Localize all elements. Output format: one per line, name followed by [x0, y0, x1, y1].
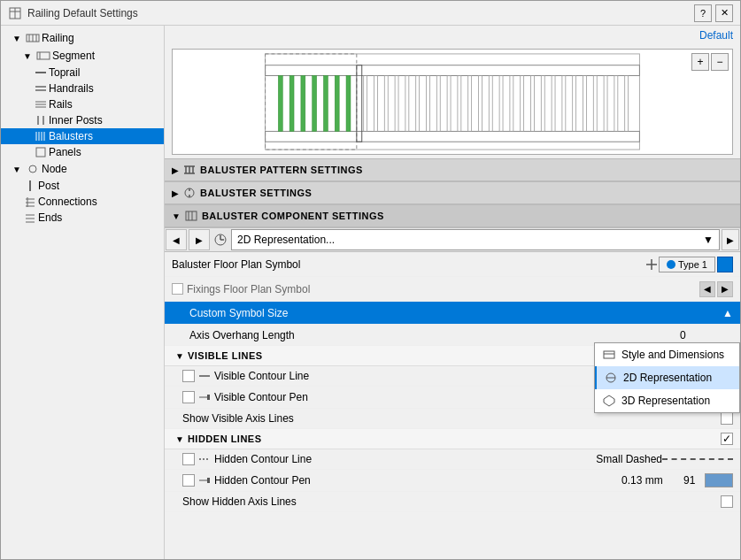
balusters-icon — [35, 130, 47, 142]
sidebar-item-rails[interactable]: Rails — [1, 96, 164, 112]
help-button[interactable]: ? — [694, 4, 712, 22]
sidebar-item-inner-posts[interactable]: Inner Posts — [1, 112, 164, 128]
preview-area: + − — [172, 49, 733, 155]
section-settings-title: BALUSTER SETTINGS — [200, 188, 312, 198]
default-button[interactable]: Default — [699, 29, 733, 42]
fix-btn-1[interactable]: ◀ — [699, 281, 715, 297]
fixings-row: Fixings Floor Plan Symbol ◀ ▶ — [165, 277, 740, 302]
section-baluster-component[interactable]: ▼ BALUSTER COMPONENT SETTINGS — [165, 204, 740, 227]
content-area: Default + − — [165, 26, 740, 559]
rails-icon — [35, 98, 47, 111]
type-button[interactable]: Type 1 — [659, 257, 715, 272]
titlebar: Railing Default Settings ? ✕ — [1, 1, 740, 26]
fix-btn-2[interactable]: ▶ — [717, 281, 733, 297]
toprail-icon — [35, 66, 47, 79]
fixings-controls: ◀ ▶ — [699, 281, 733, 297]
close-button[interactable]: ✕ — [715, 4, 733, 22]
hidden-contour-pen-value: 0.13 mm — [621, 474, 683, 487]
panels-icon — [35, 146, 47, 158]
hidden-contour-pen-checkbox[interactable] — [182, 474, 195, 487]
section-pattern-title: BALUSTER PATTERN SETTINGS — [200, 165, 363, 175]
main-window: Railing Default Settings ? ✕ ▼ Railing — [0, 0, 741, 560]
show-hidden-axis-row: Show Hidden Axis Lines — [165, 492, 740, 512]
hidden-contour-pen-icon — [198, 474, 211, 487]
segment-label: Segment — [52, 50, 95, 62]
sidebar-item-segment[interactable]: ▼ Segment — [1, 47, 164, 65]
sidebar-item-panels[interactable]: Panels — [1, 144, 164, 160]
collapse-icon: ▼ — [10, 31, 24, 45]
hidden-lines-checkbox[interactable]: ✓ — [721, 433, 733, 445]
svg-rect-40 — [335, 76, 339, 132]
ends-label: Ends — [38, 211, 62, 224]
svg-rect-7 — [37, 52, 50, 59]
rails-label: Rails — [49, 98, 73, 111]
visible-contour-line-checkbox[interactable] — [182, 370, 195, 382]
nav-prev-button[interactable]: ◀ — [166, 229, 187, 250]
zoom-in-button[interactable]: + — [691, 53, 709, 71]
nav-dropdown-value: 2D Representation... — [237, 234, 335, 246]
section-baluster-pattern[interactable]: ▶ BALUSTER PATTERN SETTINGS — [165, 158, 740, 181]
baluster-floor-label: Baluster Floor Plan Symbol — [172, 258, 645, 271]
svg-rect-41 — [346, 76, 351, 132]
zoom-out-button[interactable]: − — [711, 53, 729, 71]
node-collapse-icon: ▼ — [10, 162, 24, 176]
fixings-checkbox[interactable] — [172, 283, 183, 295]
section-component-icon — [184, 209, 198, 223]
hidden-contour-line-preview — [662, 458, 733, 460]
show-visible-axis-label: Show Visible Axis Lines — [182, 412, 721, 425]
nav-next-button[interactable]: ▶ — [189, 229, 210, 250]
type-color-indicator — [717, 257, 733, 272]
sidebar: ▼ Railing ▼ Segment — [1, 26, 165, 559]
hidden-lines-title: HIDDEN LINES — [188, 433, 262, 444]
section-baluster-settings[interactable]: ▶ BALUSTER SETTINGS — [165, 181, 740, 204]
hidden-lines-header[interactable]: ▼ HIDDEN LINES ✓ — [165, 429, 740, 449]
svg-rect-87 — [207, 395, 210, 400]
context-menu-3d-representation[interactable]: 3D Representation — [595, 389, 739, 412]
segment-icon — [36, 49, 50, 63]
visible-contour-pen-icon — [198, 391, 211, 403]
sidebar-item-balusters[interactable]: Balusters — [1, 128, 164, 144]
show-visible-axis-checkbox[interactable] — [721, 412, 733, 425]
context-menu-style-dimensions[interactable]: Style and Dimensions — [595, 343, 739, 366]
nav-dropdown[interactable]: 2D Representation... ▼ — [231, 229, 720, 250]
railing-preview-svg — [173, 50, 732, 154]
sidebar-item-handrails[interactable]: Handrails — [1, 81, 164, 96]
hidden-contour-pen-row: Hidden Contour Pen 0.13 mm 91 — [165, 470, 740, 492]
sidebar-item-post[interactable]: Post — [1, 178, 164, 194]
collapse-custom-arrow: ▲ — [722, 307, 733, 319]
connections-label: Connections — [38, 196, 97, 208]
custom-symbol-row[interactable]: Custom Symbol Size ▲ — [165, 302, 740, 325]
hidden-lines-arrow: ▼ — [175, 434, 184, 444]
section-pattern-arrow: ▶ — [172, 165, 179, 175]
sidebar-item-ends[interactable]: Ends — [1, 210, 164, 226]
panels-label: Panels — [49, 146, 81, 158]
hidden-contour-line-label: Hidden Contour Line — [211, 453, 596, 465]
context-menu-2d-representation[interactable]: 2D Representation — [595, 366, 739, 389]
visible-lines-arrow: ▼ — [175, 351, 184, 361]
svg-rect-90 — [207, 478, 210, 483]
hidden-contour-pen-label: Hidden Contour Pen — [211, 474, 621, 487]
node-label: Node — [42, 163, 67, 175]
sidebar-item-railing[interactable]: ▼ Railing — [1, 29, 164, 47]
preview-controls: + − — [691, 53, 729, 71]
sidebar-item-connections[interactable]: Connections — [1, 194, 164, 210]
baluster-floor-row: Baluster Floor Plan Symbol Type 1 — [165, 252, 740, 277]
svg-rect-31 — [266, 54, 640, 150]
segment-collapse-icon: ▼ — [20, 49, 35, 63]
visible-contour-pen-label: Visible Contour Pen — [211, 391, 621, 403]
svg-rect-39 — [323, 76, 328, 132]
hidden-contour-pen-swatch[interactable] — [705, 473, 733, 487]
sidebar-item-node[interactable]: ▼ Node — [1, 160, 164, 178]
visible-contour-line-label: Visible Contour Line — [211, 370, 600, 382]
section-settings-icon — [182, 186, 197, 200]
visible-contour-pen-checkbox[interactable] — [182, 391, 195, 403]
section-settings-arrow: ▶ — [172, 188, 179, 198]
nav-end-button[interactable]: ▶ — [722, 229, 739, 250]
hidden-contour-line-checkbox[interactable] — [182, 453, 195, 465]
sidebar-item-toprail[interactable]: Toprail — [1, 65, 164, 81]
toprail-label: Toprail — [49, 66, 80, 79]
visible-lines-title: VISIBLE LINES — [188, 350, 263, 361]
titlebar-controls: ? ✕ — [694, 4, 733, 22]
show-hidden-axis-checkbox[interactable] — [721, 495, 733, 508]
handrails-label: Handrails — [49, 82, 94, 95]
